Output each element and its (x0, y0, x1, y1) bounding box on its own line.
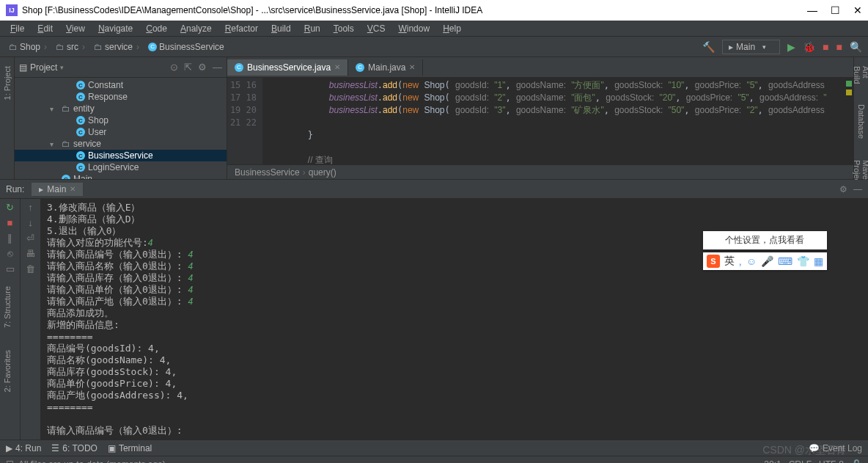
tree-item-constant[interactable]: CConstant (15, 79, 227, 91)
stop-icon[interactable]: ■ (823, 41, 828, 53)
code-area[interactable]: businessList.add(new Shop( goodsId: "1",… (262, 78, 853, 164)
down-icon[interactable]: ↓ (28, 217, 33, 228)
bc-class[interactable]: BusinessService (235, 167, 300, 178)
editor-tabs: CBusinessService.java✕CMain.java✕ (227, 57, 853, 78)
menu-window[interactable]: Window (392, 22, 435, 35)
menu-help[interactable]: Help (437, 22, 467, 35)
sogou-logo-icon[interactable]: S (707, 255, 720, 268)
ime-skin-icon[interactable]: 👕 (797, 255, 809, 267)
gear-icon[interactable]: ⚙ (198, 62, 207, 73)
tree-item-user[interactable]: CUser (15, 126, 227, 138)
run-toolbar-secondary: ↑ ↓ ⏎ 🖶 🗑 (21, 199, 41, 440)
ime-tooltip[interactable]: 个性设置，点我看看 (703, 231, 827, 249)
project-view-label[interactable]: Project (30, 62, 57, 73)
print-icon[interactable]: 🖶 (26, 248, 35, 259)
bottom-tool-tabs: ▶4: Run ☰6: TODO ▣Terminal 💬 Event Log (0, 440, 868, 456)
breadcrumb-businessservice[interactable]: CBusinessService (145, 40, 227, 54)
structure-tool-tab[interactable]: 7: Structure (3, 286, 12, 328)
run-config-selector[interactable]: ▸ Main (722, 40, 780, 54)
project-view-icon: ▤ (19, 62, 27, 73)
favorites-tool-tab[interactable]: 2: Favorites (3, 350, 12, 392)
stop-icon[interactable]: ■ (7, 217, 13, 228)
gear-icon[interactable]: ⚙ (839, 184, 847, 194)
menu-vcs[interactable]: VCS (361, 22, 391, 35)
breadcrumb-service[interactable]: 🗀service› (91, 40, 142, 54)
run-tab-icon: ▸ (39, 184, 43, 194)
todo-bottom-tab[interactable]: ☰6: TODO (51, 443, 98, 453)
rerun-icon[interactable]: ↻ (6, 202, 14, 213)
menu-refactor[interactable]: Refactor (219, 22, 264, 35)
bc-method[interactable]: query() (309, 167, 336, 178)
tree-item-service[interactable]: ▾🗀service (15, 138, 227, 150)
breadcrumb-src[interactable]: 🗀src› (53, 40, 88, 54)
pause-icon[interactable]: ‖ (7, 233, 12, 244)
debug-icon[interactable]: 🐞 (803, 41, 815, 53)
tree-item-businessservice[interactable]: CBusinessService (15, 150, 227, 161)
project-tool-tab[interactable]: 1: Project (3, 63, 12, 103)
editor-gutter: 15 16 17 18 19 20 21 22 (227, 78, 262, 164)
menu-view[interactable]: View (60, 22, 91, 35)
breadcrumb-shop[interactable]: 🗀Shop› (6, 40, 50, 54)
tree-item-main[interactable]: CMain (15, 173, 227, 179)
hammer-icon[interactable]: 🔨 (702, 41, 715, 53)
menu-run[interactable]: Run (298, 22, 326, 35)
menu-code[interactable]: Code (140, 22, 173, 35)
project-tree[interactable]: CConstantCResponse▾🗀entityCShopCUser▾🗀se… (15, 78, 227, 179)
tree-item-response[interactable]: CResponse (15, 91, 227, 103)
menu-file[interactable]: File (4, 22, 30, 35)
search-icon[interactable]: 🔍 (850, 41, 862, 53)
ime-lang[interactable]: 英 (724, 255, 735, 268)
layout-icon[interactable]: ▭ (6, 263, 15, 274)
run-tab[interactable]: ▸ Main ✕ (32, 183, 83, 196)
project-panel: ▤ Project ▾ ⊙ ⇱ ⚙ — CConstantCResponse▾🗀… (15, 57, 227, 179)
tree-item-entity[interactable]: ▾🗀entity (15, 103, 227, 114)
caret-position[interactable]: 30:1 (764, 459, 781, 464)
ime-voice-icon[interactable]: 🎤 (761, 255, 773, 267)
line-separator[interactable]: CRLF (789, 459, 812, 464)
tree-item-loginservice[interactable]: CLoginService (15, 161, 227, 173)
ime-emoji-icon[interactable]: ☺ (746, 255, 757, 267)
editor-tab-main-java[interactable]: CMain.java✕ (348, 59, 423, 76)
clear-icon[interactable]: 🗑 (26, 263, 35, 274)
close-icon[interactable]: ✕ (70, 185, 76, 193)
menu-tools[interactable]: Tools (328, 22, 360, 35)
hide-icon[interactable]: — (853, 184, 862, 194)
database-tab[interactable]: Database (857, 101, 866, 142)
hide-icon[interactable]: — (213, 62, 222, 73)
right-tool-stripe: Ant Build Database Maven Projects (853, 57, 868, 179)
close-button[interactable]: ✕ (853, 4, 862, 16)
collapse-all-icon[interactable]: ⇱ (184, 62, 192, 73)
up-icon[interactable]: ↑ (28, 202, 33, 213)
menu-edit[interactable]: Edit (32, 22, 59, 35)
run-bottom-tab[interactable]: ▶4: Run (6, 443, 41, 453)
ime-toolbox-icon[interactable]: ▦ (814, 255, 823, 267)
tree-item-shop[interactable]: CShop (15, 114, 227, 126)
run-icon[interactable]: ▶ (787, 41, 795, 53)
editor-body[interactable]: 15 16 17 18 19 20 21 22 businessList.add… (227, 78, 853, 164)
menubar: FileEditViewNavigateCodeAnalyzeRefactorB… (0, 21, 868, 37)
encoding[interactable]: UTF-8 (819, 459, 844, 464)
status-message: All files are up-to-date (moments ago) (18, 459, 166, 464)
stop-all-icon[interactable]: ■ (836, 41, 842, 53)
menu-build[interactable]: Build (265, 22, 297, 35)
event-log-icon[interactable]: 💬 (809, 443, 820, 453)
status-icon[interactable]: ☐ (6, 459, 14, 464)
menu-navigate[interactable]: Navigate (92, 22, 139, 35)
lock-icon[interactable]: 🔓 (851, 459, 862, 464)
ime-keyboard-icon[interactable]: ⌨ (778, 255, 792, 267)
menu-analyze[interactable]: Analyze (174, 22, 218, 35)
editor-tab-businessservice-java[interactable]: CBusinessService.java✕ (227, 59, 348, 76)
exit-icon[interactable]: ⎋ (7, 248, 13, 259)
minimize-button[interactable]: — (807, 4, 817, 16)
scroll-from-source-icon[interactable]: ⊙ (170, 62, 178, 73)
wrap-icon[interactable]: ⏎ (26, 233, 34, 244)
terminal-bottom-tab[interactable]: ▣Terminal (108, 443, 152, 453)
maximize-button[interactable]: ☐ (831, 4, 840, 16)
ant-build-tab[interactable]: Ant Build (853, 63, 869, 87)
ime-toolbar[interactable]: S 英 , ☺ 🎤 ⌨ 👕 ▦ (703, 252, 827, 270)
marker-green (846, 81, 852, 87)
editor-area: CBusinessService.java✕CMain.java✕ 15 16 … (227, 57, 853, 179)
event-log-label[interactable]: Event Log (823, 443, 862, 453)
run-tab-label: Main (47, 184, 66, 194)
ime-punct-icon[interactable]: , (739, 255, 742, 267)
